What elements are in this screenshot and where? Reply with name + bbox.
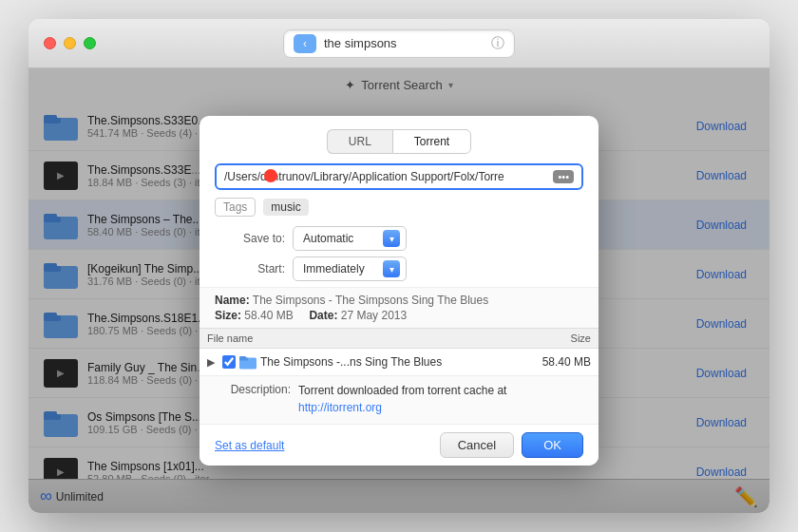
tab-torrent[interactable]: Torrent xyxy=(392,129,471,154)
file-name-column: File name xyxy=(200,329,517,349)
back-button[interactable]: ‹ xyxy=(294,34,316,53)
name-row: Name: The Simpsons - The Simpsons Sing T… xyxy=(215,294,583,307)
info-icon: ⓘ xyxy=(491,35,504,52)
dialog-top: URL Torrent /Users/dimtrunov/Library/App… xyxy=(200,116,598,281)
chevron-down-icon: ▾ xyxy=(383,230,400,247)
save-to-row: Save to: Automatic ▾ xyxy=(215,226,583,251)
tags-row: Tags music xyxy=(215,198,583,217)
record-indicator xyxy=(264,169,277,182)
expand-icon[interactable]: ▶ xyxy=(207,356,215,369)
date-value: 27 May 2013 xyxy=(341,309,407,322)
file-table-header: File name Size xyxy=(200,329,598,349)
close-button[interactable] xyxy=(44,37,56,49)
start-value: Immediately xyxy=(303,262,375,276)
search-bar: ‹ ⓘ xyxy=(283,29,515,58)
dialog-overlay: URL Torrent /Users/dimtrunov/Library/App… xyxy=(28,68,770,513)
maximize-button[interactable] xyxy=(84,37,96,49)
content-area: ✦ Torrent Search ▾ The.Simpsons.S33E0...… xyxy=(28,68,770,513)
tab-url[interactable]: URL xyxy=(327,129,392,154)
table-row: ▶ The Simpsons -...ns Sing The Blues 58.… xyxy=(200,349,598,376)
file-checkbox[interactable] xyxy=(222,355,236,369)
start-row: Start: Immediately ▾ xyxy=(215,256,583,281)
size-date-row: Size: 58.40 MB Date: 27 May 2013 xyxy=(215,309,583,322)
save-to-value: Automatic xyxy=(303,232,375,245)
size-column: Size xyxy=(517,329,598,349)
main-window: ‹ ⓘ ✦ Torrent Search ▾ The.Simpsons.S33E… xyxy=(28,19,770,513)
description-section: Description: Torrent downloaded from tor… xyxy=(200,375,598,424)
chevron-down-icon: ▾ xyxy=(383,260,400,277)
name-value: The Simpsons - The Simpsons Sing The Blu… xyxy=(253,294,488,307)
footer-buttons: Cancel OK xyxy=(440,432,583,458)
save-to-label: Save to: xyxy=(218,232,285,245)
svg-rect-17 xyxy=(239,356,246,359)
description-text: Torrent downloaded from torrent cache at… xyxy=(298,382,583,416)
start-select[interactable]: Immediately ▾ xyxy=(293,256,407,281)
info-section: Name: The Simpsons - The Simpsons Sing T… xyxy=(200,287,598,328)
set-default-button[interactable]: Set as default xyxy=(215,439,284,452)
file-table: File name Size ▶ The Simpsons -. xyxy=(200,328,598,375)
file-name-cell: ▶ The Simpsons -...ns Sing The Blues xyxy=(200,349,517,376)
path-dots-button[interactable]: ••• xyxy=(553,170,574,183)
dialog-footer: Set as default Cancel OK xyxy=(200,424,598,466)
folder-icon xyxy=(239,354,256,370)
tab-row: URL Torrent xyxy=(215,129,583,154)
minimize-button[interactable] xyxy=(64,37,76,49)
save-to-select[interactable]: Automatic ▾ xyxy=(293,226,407,251)
traffic-lights xyxy=(44,37,96,49)
description-label: Description: xyxy=(215,382,291,396)
cancel-button[interactable]: Cancel xyxy=(440,432,514,458)
description-link[interactable]: http://itorrent.org xyxy=(298,401,382,414)
date-label: Date: xyxy=(309,309,337,322)
dialog: URL Torrent /Users/dimtrunov/Library/App… xyxy=(200,116,598,466)
search-input[interactable] xyxy=(324,36,484,50)
tags-label: Tags xyxy=(215,198,256,217)
ok-button[interactable]: OK xyxy=(522,432,583,458)
size-label: Size: xyxy=(215,309,241,322)
size-value: 58.40 MB xyxy=(244,309,293,322)
name-label: Name: xyxy=(215,294,250,307)
desc-row: Description: Torrent downloaded from tor… xyxy=(215,382,583,416)
file-name: The Simpsons -...ns Sing The Blues xyxy=(260,355,442,369)
file-size: 58.40 MB xyxy=(517,349,598,376)
tag-music[interactable]: music xyxy=(263,199,308,216)
start-label: Start: xyxy=(218,262,285,276)
title-bar: ‹ ⓘ xyxy=(28,19,770,68)
